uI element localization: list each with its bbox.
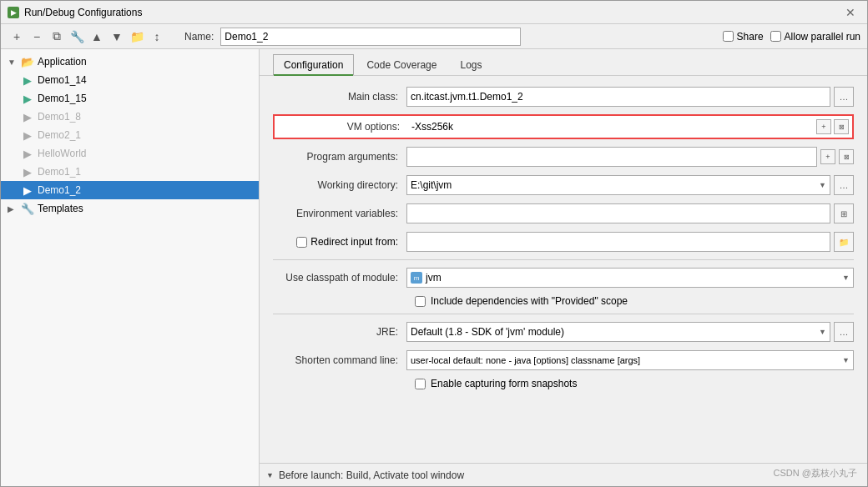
bottom-arrow-icon[interactable]: ▼	[266, 471, 274, 479]
window-icon: ▶	[8, 7, 19, 18]
sidebar-item-label: HelloWorld	[38, 148, 86, 159]
move-down-button[interactable]: ▼	[108, 28, 126, 46]
program-args-row: Program arguments: + ⊠	[273, 146, 854, 168]
include-deps-row: Include dependencies with "Provided" sco…	[273, 295, 854, 307]
share-checkbox[interactable]	[723, 31, 734, 42]
sidebar-item-helloworld[interactable]: ▶ HelloWorld	[1, 144, 259, 163]
sidebar-item-demo1-1[interactable]: ▶ Demo1_1	[1, 163, 259, 181]
sidebar-item-label: Demo1_8	[38, 111, 81, 123]
sidebar-application-folder[interactable]: ▼ 📂 Application	[1, 53, 259, 71]
module-icon: m	[411, 272, 422, 284]
sidebar-item-demo1-8[interactable]: ▶ Demo1_8	[1, 108, 259, 126]
env-vars-label: Environment variables:	[273, 208, 406, 219]
include-deps-checkbox[interactable]	[415, 296, 426, 307]
main-class-row: Main class: …	[273, 86, 854, 108]
sidebar-templates[interactable]: ▶ 🔧 Templates	[1, 199, 259, 218]
env-vars-field: ⊞	[406, 203, 854, 223]
window-title: Run/Debug Configurations	[24, 7, 142, 18]
sidebar-item-label: Demo1_15	[38, 93, 87, 104]
sidebar-item-demo1-14[interactable]: ▶ Demo1_14	[1, 71, 259, 89]
vm-expand-button[interactable]: ⊠	[834, 119, 849, 134]
run-config-icon: ▶	[21, 166, 34, 178]
tab-logs[interactable]: Logs	[449, 54, 492, 75]
working-dir-value: E:\git\jvm	[411, 179, 452, 191]
shorten-arrow-icon: ▼	[842, 356, 850, 364]
main-class-input[interactable]	[406, 87, 830, 107]
templates-label: Templates	[38, 203, 83, 214]
snapshots-row: Enable capturing form snapshots	[273, 378, 854, 389]
tab-code-coverage[interactable]: Code Coverage	[356, 54, 447, 75]
classpath-row: Use classpath of module: m jvm ▼	[273, 267, 854, 289]
tab-configuration[interactable]: Configuration	[273, 54, 354, 76]
shorten-select[interactable]: user-local default: none - java [options…	[406, 350, 854, 370]
application-folder-icon: 📂	[21, 56, 34, 68]
add-button[interactable]: +	[8, 28, 26, 46]
env-vars-input[interactable]	[406, 203, 830, 223]
snapshots-checkbox[interactable]	[415, 379, 426, 389]
include-deps-label: Include dependencies with "Provided" sco…	[431, 295, 628, 307]
main-class-browse-button[interactable]: …	[834, 87, 854, 107]
jre-browse-button[interactable]: …	[834, 322, 854, 342]
sidebar-item-demo2-1[interactable]: ▶ Demo2_1	[1, 126, 259, 144]
allow-parallel-checkbox[interactable]	[770, 31, 781, 42]
working-dir-select[interactable]: E:\git\jvm ▼	[406, 175, 830, 195]
name-label: Name:	[184, 31, 214, 43]
jre-arrow-icon: ▼	[819, 328, 826, 336]
snapshots-label: Enable capturing form snapshots	[431, 378, 577, 389]
config-content: Main class: … VM options: + ⊠	[260, 76, 867, 463]
program-args-expand-button[interactable]: ⊠	[839, 149, 854, 164]
share-label: Share	[737, 31, 764, 43]
classpath-arrow-icon: ▼	[842, 274, 850, 282]
redirect-browse-button[interactable]: 📁	[834, 232, 854, 252]
program-args-field: + ⊠	[406, 147, 854, 167]
move-up-button[interactable]: ▲	[88, 28, 106, 46]
sidebar-item-label: Demo2_1	[38, 129, 81, 141]
sort-button[interactable]: ↕	[148, 28, 166, 46]
folder-arrow-icon: ▼	[8, 58, 18, 67]
main-class-label: Main class:	[273, 91, 406, 103]
working-dir-browse-button[interactable]: …	[834, 175, 854, 195]
sidebar-item-demo1-2[interactable]: ▶ Demo1_2	[1, 181, 259, 199]
allow-parallel-checkbox-label[interactable]: Allow parallel run	[770, 31, 860, 43]
run-config-icon: ▶	[21, 129, 34, 142]
program-args-add-button[interactable]: +	[820, 149, 835, 164]
watermark: CSDN @荔枝小丸子	[774, 467, 857, 479]
sidebar-item-demo1-15[interactable]: ▶ Demo1_15	[1, 89, 259, 108]
sidebar: ▼ 📂 Application ▶ Demo1_14 ▶ Demo1_15 ▶ …	[1, 49, 260, 486]
redirect-input[interactable]	[406, 232, 830, 252]
templates-folder-icon: 🔧	[21, 203, 34, 215]
remove-button[interactable]: −	[28, 28, 46, 46]
vm-options-input[interactable]	[408, 117, 816, 137]
redirect-label: Redirect input from:	[310, 236, 398, 248]
name-input[interactable]	[220, 28, 521, 46]
folder-button[interactable]: 📁	[128, 28, 146, 46]
classpath-select[interactable]: m jvm ▼	[406, 268, 854, 288]
settings-button[interactable]: 🔧	[68, 28, 86, 46]
vm-add-button[interactable]: +	[816, 119, 831, 134]
jre-select[interactable]: Default (1.8 - SDK of 'jvm' module) ▼	[406, 322, 830, 342]
working-dir-row: Working directory: E:\git\jvm ▼ …	[273, 174, 854, 196]
sidebar-item-label: Demo1_2	[38, 184, 81, 196]
sidebar-item-label: Demo1_14	[38, 74, 87, 86]
env-vars-edit-button[interactable]: ⊞	[834, 203, 854, 223]
vm-options-label: VM options:	[275, 121, 408, 133]
sidebar-item-label: Demo1_1	[38, 166, 81, 178]
bottom-bar-text: Before launch: Build, Activate tool wind…	[279, 469, 464, 481]
jre-value: Default (1.8 - SDK of 'jvm' module)	[411, 326, 564, 338]
share-checkbox-label[interactable]: Share	[723, 31, 764, 43]
shorten-label: Shorten command line:	[273, 354, 406, 366]
classpath-field: m jvm ▼	[406, 268, 854, 288]
program-args-input[interactable]	[406, 147, 817, 167]
redirect-checkbox[interactable]	[296, 237, 307, 248]
program-args-label: Program arguments:	[273, 151, 406, 163]
run-config-icon: ▶	[21, 74, 34, 87]
main-class-field: …	[406, 87, 854, 107]
run-config-icon: ▶	[21, 148, 34, 160]
right-panel: Configuration Code Coverage Logs Main cl…	[260, 49, 867, 486]
shorten-field: user-local default: none - java [options…	[406, 350, 854, 370]
close-button[interactable]: ✕	[840, 4, 860, 21]
copy-button[interactable]: ⧉	[48, 28, 66, 46]
run-config-icon: ▶	[21, 111, 34, 123]
vm-options-row: VM options: + ⊠	[273, 114, 854, 139]
application-folder-label: Application	[38, 56, 87, 68]
